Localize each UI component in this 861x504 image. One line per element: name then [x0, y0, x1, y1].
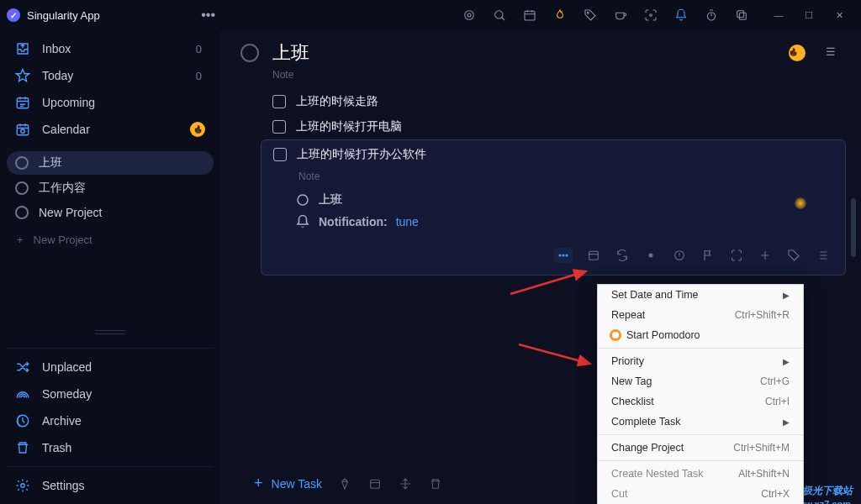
project-circle-icon	[15, 206, 29, 219]
today-label: Today	[42, 69, 184, 82]
sidebar-settings: Settings	[7, 466, 214, 499]
new-project-button[interactable]: + New Project	[7, 225, 214, 255]
shuffle-icon	[15, 360, 30, 375]
scrollbar-thumb[interactable]	[851, 198, 856, 257]
flag-icon[interactable]	[700, 248, 716, 263]
sidebar-item-upcoming[interactable]: Upcoming	[7, 89, 214, 116]
fire-badge-icon	[190, 122, 205, 137]
trash-icon	[15, 440, 30, 455]
trash-label: Trash	[42, 441, 205, 454]
pomodoro-icon	[610, 329, 621, 341]
sidebar-item-archive[interactable]: Archive	[7, 407, 214, 434]
new-task-label: New Task	[272, 477, 322, 491]
menu-item-create-nested[interactable]: Create Nested TaskAlt+Shift+N	[598, 464, 803, 484]
subtask-notification-row[interactable]: Notification: tune	[295, 211, 833, 233]
project-item-1[interactable]: 工作内容	[7, 176, 214, 200]
notification-label: Notification:	[319, 215, 388, 228]
minimize-button[interactable]: —	[763, 3, 794, 27]
copy-icon[interactable]	[735, 8, 748, 22]
tag-icon[interactable]	[584, 8, 597, 22]
project-circle-icon	[15, 181, 29, 195]
tag-icon[interactable]	[786, 248, 801, 263]
sidebar-item-settings[interactable]: Settings	[7, 472, 214, 499]
settings-label: Settings	[42, 479, 205, 492]
subtask-label: 上班的时候打开办公软件	[297, 147, 426, 162]
calendar-label: Calendar	[42, 123, 178, 136]
checkbox-icon[interactable]	[272, 95, 286, 108]
diamond-icon[interactable]	[337, 476, 352, 491]
checkbox-icon[interactable]	[273, 148, 287, 161]
today-count: 0	[196, 70, 202, 82]
close-button[interactable]: ✕	[824, 3, 854, 27]
divider-handle[interactable]	[7, 324, 214, 339]
bell-icon[interactable]	[674, 8, 688, 22]
project-item-2[interactable]: New Project	[7, 202, 214, 223]
task-title: 上班	[272, 40, 309, 66]
menu-icon[interactable]: ☰	[826, 45, 841, 60]
calendar-small-icon[interactable]	[367, 476, 383, 491]
task-complete-circle[interactable]	[240, 44, 259, 62]
sidebar-item-someday[interactable]: Someday	[7, 381, 214, 407]
project-label: 上班	[39, 155, 62, 171]
svg-point-14	[298, 195, 308, 205]
new-task-button[interactable]: + New Task	[254, 475, 322, 492]
search-icon[interactable]	[493, 8, 506, 22]
subtask-row[interactable]: 上班的时候打开电脑	[261, 114, 846, 139]
svg-rect-7	[739, 13, 746, 19]
sidebar-item-calendar[interactable]: Calendar	[7, 116, 214, 143]
checkbox-icon[interactable]	[272, 120, 286, 134]
bell-icon	[295, 214, 310, 229]
app-menu-button[interactable]: •••	[201, 8, 215, 23]
window-controls: — ☐ ✕	[763, 3, 854, 27]
target-icon[interactable]	[462, 8, 476, 22]
subtask-label: 上班的时候打开电脑	[296, 119, 402, 134]
svg-point-11	[21, 129, 25, 134]
sidebar-item-trash[interactable]: Trash	[7, 434, 214, 461]
sidebar-item-today[interactable]: Today 0	[7, 62, 214, 89]
menu-separator	[598, 460, 803, 461]
subtask-label: 上班的时候走路	[296, 94, 378, 109]
svg-point-15	[559, 255, 561, 256]
calendar-icon[interactable]	[523, 8, 536, 22]
pomodoro-icon[interactable]	[643, 248, 658, 263]
menu-separator	[598, 348, 803, 349]
menu-item-cut[interactable]: CutCtrl+X	[598, 484, 803, 504]
fire-badge-icon[interactable]	[789, 45, 806, 61]
checklist-icon[interactable]	[815, 248, 830, 263]
sidebar-item-unplaced[interactable]: Unplaced	[7, 354, 214, 381]
menu-item-checklist[interactable]: ChecklistCtrl+I	[598, 391, 803, 412]
svg-point-4	[587, 12, 589, 13]
trash-small-icon[interactable]	[428, 476, 443, 491]
titlebar-left: Singularity App •••	[7, 8, 227, 23]
subtask-note-label: Note	[298, 171, 833, 182]
subtask-row[interactable]: 上班的时候走路	[261, 89, 846, 114]
date-icon[interactable]	[586, 248, 601, 263]
menu-item-repeat[interactable]: RepeatCtrl+Shift+R	[598, 305, 803, 325]
menu-item-priority[interactable]: Priority▶	[598, 351, 803, 371]
add-icon[interactable]	[758, 248, 773, 263]
project-item-0[interactable]: 上班	[7, 151, 214, 175]
project-label: New Project	[39, 206, 102, 219]
inbox-count: 0	[196, 43, 202, 55]
menu-item-set-date[interactable]: Set Date and Time▶	[598, 285, 803, 305]
link-icon[interactable]	[729, 248, 744, 263]
maximize-button[interactable]: ☐	[794, 3, 824, 27]
fire-icon[interactable]	[553, 8, 567, 22]
watermark-text: 极光下载站	[802, 484, 853, 498]
menu-item-complete-task[interactable]: Complete Task▶	[598, 412, 803, 432]
subtask-project-row[interactable]: 上班	[295, 189, 833, 211]
repeat-icon[interactable]	[615, 248, 630, 263]
menu-item-start-pomodoro[interactable]: Start Pomodoro	[598, 325, 803, 345]
priority-icon[interactable]	[672, 248, 687, 263]
menu-item-change-project[interactable]: Change ProjectCtrl+Shift+M	[598, 438, 803, 458]
timer-icon[interactable]	[705, 8, 718, 22]
subtask-row-selected[interactable]: 上班的时候打开办公软件 Note 上班 Notification: tune	[261, 139, 846, 276]
move-icon[interactable]	[398, 476, 413, 491]
more-button[interactable]	[554, 248, 573, 263]
cup-icon[interactable]	[614, 8, 627, 22]
menu-item-new-tag[interactable]: New TagCtrl+G	[598, 371, 803, 391]
frame-icon[interactable]	[644, 8, 658, 22]
upcoming-icon	[15, 95, 30, 110]
sidebar-item-inbox[interactable]: Inbox 0	[7, 35, 214, 62]
notification-value: tune	[396, 215, 419, 228]
